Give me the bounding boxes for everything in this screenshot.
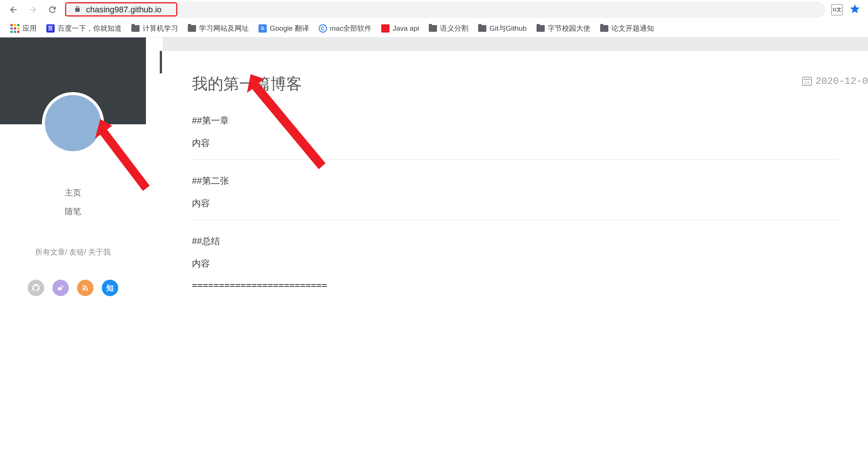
gt-icon: G [259,24,267,33]
article-date: 23 2020-12-0 [802,76,868,87]
github-icon[interactable] [28,280,44,296]
bookmark-label: mac全部软件 [330,24,372,33]
section-paragraph: 内容 [192,137,839,149]
apps-icon [10,24,19,33]
bookmark-label: Google 翻译 [270,24,309,33]
bookmarks-bar: 应用百百度一下，你就知道计算机学习学习网站及网址GGoogle 翻译Cmac全部… [0,19,868,37]
java-icon [381,24,389,33]
bookmark-label: 语义分割 [440,24,468,33]
subnav-all[interactable]: 所有文章 [35,248,65,256]
translate-icon[interactable]: G文 [831,4,843,15]
folder-icon [537,25,545,32]
divider [192,220,839,220]
folder-icon [600,25,608,32]
rss-icon[interactable] [77,280,94,296]
text-rule: ========================= [192,280,839,291]
section-heading: ##第二张 [192,175,839,187]
baidu-icon: 百 [46,24,55,33]
sidebar-header [0,37,146,124]
folder-icon [188,25,196,32]
bookmark-label: 百度一下，你就知道 [58,24,122,33]
avatar-wrap [42,92,104,154]
article: 我的第一篇博客 23 2020-12-0 ##第一章内容##第二张内容##总结内… [163,51,868,465]
bookmark-label: 字节校园大使 [548,24,590,33]
article-date-text: 2020-12-0 [816,76,868,87]
subnav-links[interactable]: 友链 [69,248,84,256]
bookmark-item[interactable]: Java api [377,22,424,35]
section-heading: ##总结 [192,235,839,247]
bookmark-item[interactable]: 学习网站及网址 [183,21,253,36]
forward-button[interactable] [25,1,41,18]
folder-icon [429,25,437,32]
section-heading: ##第一章 [192,115,839,127]
bookmark-star-icon[interactable] [849,3,861,16]
bookmark-label: 学习网站及网址 [199,24,249,33]
page: 主页 随笔 所有文章/ 友链/ 关于我 知 我的第一篇博客 23 [0,37,868,465]
content-gap [146,37,163,465]
nav-essays[interactable]: 随笔 [65,206,81,217]
zhihu-icon[interactable]: 知 [102,280,118,296]
url-text: chasing987.github.io [86,5,162,15]
bookmark-item[interactable]: Git与Github [474,21,531,36]
c-icon: C [319,24,327,33]
article-body: ##第一章内容##第二张内容##总结内容====================… [192,115,839,291]
social-row: 知 [0,280,146,296]
browser-toolbar: chasing987.github.io G文 [0,0,868,19]
sidebar-subnav: 所有文章/ 友链/ 关于我 [0,247,146,257]
folder-icon [478,25,486,32]
bookmark-item[interactable]: Cmac全部软件 [314,21,376,36]
bookmark-label: 计算机学习 [143,24,178,33]
bookmark-item[interactable]: 百百度一下，你就知道 [42,21,126,36]
divider [192,159,839,160]
back-button[interactable] [5,1,22,18]
sidebar: 主页 随笔 所有文章/ 友链/ 关于我 知 [0,37,146,465]
toolbar-right: G文 [831,3,863,16]
subnav-about[interactable]: 关于我 [88,248,111,256]
main: 我的第一篇博客 23 2020-12-0 ##第一章内容##第二张内容##总结内… [163,37,868,465]
sidebar-nav: 主页 随笔 [0,187,146,217]
nav-home[interactable]: 主页 [65,187,81,198]
calendar-icon: 23 [802,77,812,86]
avatar[interactable] [45,95,101,151]
section-paragraph: 内容 [192,258,839,270]
bookmark-item[interactable]: 字节校园大使 [532,21,595,36]
bookmark-item[interactable]: 计算机学习 [127,21,183,36]
folder-icon [131,25,140,32]
section-paragraph: 内容 [192,197,839,209]
bookmark-item[interactable]: 论文开题通知 [596,21,658,36]
address-bar[interactable]: chasing987.github.io [67,1,825,18]
bookmark-label: Java api [392,24,419,33]
bookmark-item[interactable]: 应用 [6,21,41,36]
bookmark-item[interactable]: 语义分割 [424,21,473,36]
article-title: 我的第一篇博客 [192,73,839,94]
scroll-indicator[interactable] [160,51,162,73]
bookmark-label: 应用 [22,24,37,33]
reload-button[interactable] [44,1,61,18]
bookmark-label: Git与Github [489,24,526,33]
bookmark-label: 论文开题通知 [611,24,654,33]
bookmark-item[interactable]: GGoogle 翻译 [254,21,314,36]
lock-icon [74,6,81,14]
weibo-icon[interactable] [52,280,69,296]
